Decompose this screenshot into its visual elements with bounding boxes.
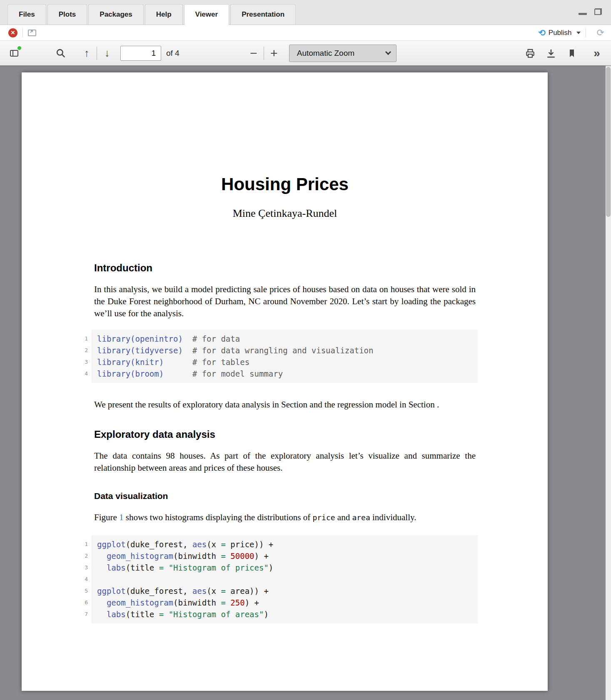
intro-paragraph: In this analysis, we build a model predi… <box>94 283 476 320</box>
clear-viewer-icon[interactable]: ✕ <box>8 28 17 37</box>
toolbar-separator <box>22 28 23 37</box>
open-in-new-window-icon[interactable] <box>28 30 36 36</box>
document-title: Housing Prices <box>94 174 476 194</box>
inline-code-price: price <box>312 513 335 522</box>
figure-1-link[interactable]: 1 <box>119 512 124 522</box>
code-line: 6 geom_histogram(binwidth = 250) + <box>97 597 472 608</box>
zoom-level-select[interactable]: Automatic Zoom <box>289 45 397 62</box>
code-line: 4library(broom) # for model summary <box>97 368 472 380</box>
tab-help-label: Help <box>156 10 172 19</box>
publish-dropdown-caret-icon[interactable] <box>576 32 581 34</box>
line-number: 4 <box>78 369 88 379</box>
pdf-page-1: Housing Prices Mine Çetinkaya-Rundel Int… <box>22 72 548 691</box>
vertical-scrollbar-thumb[interactable] <box>606 67 611 217</box>
line-number: 1 <box>78 334 88 344</box>
line-number: 3 <box>78 563 88 573</box>
inline-code-area: area <box>352 513 370 522</box>
code-line: 2 geom_histogram(binwidth = 50000) + <box>97 550 472 562</box>
code-line: 4 <box>97 573 472 585</box>
heading-exploratory-data-analysis: Exploratory data analysis <box>94 428 476 441</box>
bookmark-current-view-icon[interactable] <box>564 46 579 61</box>
pdf-viewer-area: Housing Prices Mine Çetinkaya-Rundel Int… <box>0 66 611 700</box>
line-number: 7 <box>78 609 88 619</box>
heading-data-visualization: Data visualization <box>94 491 476 501</box>
pane-tab-bar: Files Plots Packages Help Viewer Present… <box>0 0 611 25</box>
page-count-label: of 4 <box>166 49 180 58</box>
code-line: 2library(tidyverse) # for data wrangling… <box>97 345 472 356</box>
minimize-pane-icon[interactable] <box>579 13 587 15</box>
pdf-toolbar: ↑ ↓ of 4 − + Automatic Zoom » <box>0 41 611 66</box>
page-number-input[interactable] <box>120 46 161 61</box>
tab-files[interactable]: Files <box>7 4 46 25</box>
tab-packages-label: Packages <box>100 10 132 19</box>
tab-presentation[interactable]: Presentation <box>230 4 296 25</box>
print-icon[interactable] <box>523 46 538 61</box>
zoom-in-icon[interactable]: + <box>267 46 282 61</box>
line-number: 6 <box>78 598 88 608</box>
code-line: 3 labs(title = "Histogram of prices") <box>97 562 472 573</box>
publish-icon: ⟲ <box>538 28 546 37</box>
toolbar-separator <box>97 47 97 60</box>
tab-packages[interactable]: Packages <box>88 4 143 25</box>
publish-button[interactable]: ⟲ Publish <box>538 28 580 37</box>
toggle-sidebar-icon[interactable] <box>7 46 22 61</box>
viewer-toolbar: ✕ ⟲ Publish ⟳ <box>0 25 611 41</box>
publish-label: Publish <box>549 29 572 37</box>
tab-presentation-label: Presentation <box>242 10 284 19</box>
code-block-ggplot: 1ggplot(duke_forest, aes(x = price)) +2 … <box>91 535 478 623</box>
line-number: 2 <box>78 551 88 561</box>
refresh-viewer-icon[interactable]: ⟳ <box>597 28 604 37</box>
tab-files-label: Files <box>19 10 35 19</box>
code-block-libraries: 1library(openintro) # for data2library(t… <box>91 330 478 383</box>
tab-viewer-label: Viewer <box>195 10 218 19</box>
tab-viewer[interactable]: Viewer <box>184 4 229 25</box>
eda-paragraph: The data contains 98 houses. As part of … <box>94 450 476 474</box>
maximize-pane-icon[interactable] <box>594 8 602 15</box>
tab-help[interactable]: Help <box>145 4 183 25</box>
sections-paragraph: We present the results of exploratory da… <box>94 399 476 411</box>
search-icon[interactable] <box>53 46 68 61</box>
line-number: 4 <box>78 574 88 584</box>
figure-paragraph: Figure 1 shows two histograms displaying… <box>94 511 476 524</box>
toolbar-separator <box>586 28 586 37</box>
vertical-scrollbar-track[interactable] <box>606 66 611 700</box>
line-number: 2 <box>78 345 88 355</box>
tab-plots-label: Plots <box>59 10 76 19</box>
more-tools-icon[interactable]: » <box>589 46 604 61</box>
line-number: 1 <box>78 539 88 549</box>
toolbar-separator <box>264 47 264 60</box>
chevron-down-icon <box>385 49 391 55</box>
line-number: 3 <box>78 357 88 367</box>
code-line: 5ggplot(duke_forest, aes(x = area)) + <box>97 585 472 597</box>
tab-plots[interactable]: Plots <box>47 4 87 25</box>
previous-page-icon[interactable]: ↑ <box>79 46 94 61</box>
zoom-out-icon[interactable]: − <box>246 46 261 61</box>
next-page-icon[interactable]: ↓ <box>100 46 115 61</box>
code-line: 1library(openintro) # for data <box>97 333 472 345</box>
code-line: 7 labs(title = "Histogram of areas") <box>97 608 472 620</box>
code-line: 3library(knitr) # for tables <box>97 356 472 368</box>
download-icon[interactable] <box>544 46 559 61</box>
heading-introduction: Introduction <box>94 262 476 274</box>
pane-window-controls <box>579 8 602 15</box>
document-content: Housing Prices Mine Çetinkaya-Rundel Int… <box>22 72 548 623</box>
code-line: 1ggplot(duke_forest, aes(x = price)) + <box>97 539 472 550</box>
document-author: Mine Çetinkaya-Rundel <box>94 207 476 220</box>
zoom-level-value: Automatic Zoom <box>297 49 386 58</box>
line-number: 5 <box>78 586 88 596</box>
sidebar-notification-dot <box>17 45 22 51</box>
